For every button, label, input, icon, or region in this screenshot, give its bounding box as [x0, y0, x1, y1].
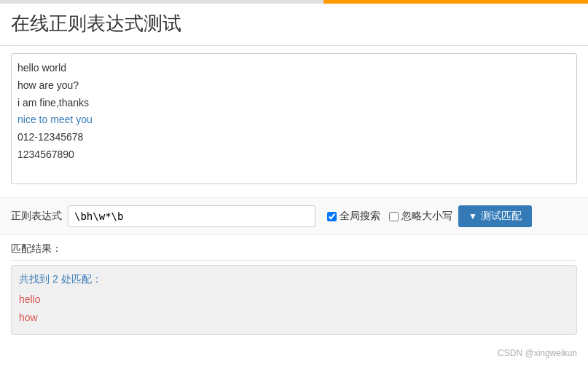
- button-arrow-icon: ▼: [469, 211, 477, 221]
- test-button-label: 测试匹配: [481, 210, 522, 223]
- regex-input[interactable]: [68, 205, 315, 227]
- global-search-label: 全局搜索: [340, 210, 380, 223]
- text-line-3: i am fine,thanks: [17, 95, 571, 112]
- text-line-1: hello world: [17, 60, 571, 77]
- regex-section: 正则表达式 全局搜索 忽略大小写 ▼ 测试匹配: [0, 197, 588, 235]
- text-display-area[interactable]: hello world how are you? i am fine,thank…: [11, 53, 577, 184]
- text-line-4: nice to meet you: [17, 111, 571, 129]
- checkbox-group: 全局搜索 忽略大小写: [327, 210, 452, 223]
- footer-watermark: CSDN @xingweikun: [0, 342, 588, 364]
- page-title: 在线正则表达式测试: [11, 11, 577, 36]
- ignore-case-checkbox[interactable]: [389, 212, 399, 221]
- test-match-button[interactable]: ▼ 测试匹配: [458, 205, 532, 227]
- result-section: 匹配结果： 共找到 2 处匹配： hello how: [0, 235, 588, 342]
- result-box: 共找到 2 处匹配： hello how: [11, 265, 577, 335]
- result-label: 匹配结果：: [11, 242, 577, 261]
- global-search-checkbox[interactable]: [327, 212, 337, 221]
- regex-label: 正则表达式: [11, 210, 62, 223]
- match-item-2: how: [19, 309, 569, 327]
- page-container: 在线正则表达式测试 hello world how are you? i am …: [0, 0, 588, 383]
- match-list: hello how: [19, 291, 569, 327]
- match-item-1: hello: [19, 291, 569, 309]
- result-count: 共找到 2 处匹配：: [19, 273, 569, 286]
- ignore-case-label: 忽略大小写: [401, 210, 452, 223]
- text-line-6: 1234567890: [17, 146, 571, 164]
- text-line-2: how are you?: [17, 77, 571, 95]
- title-section: 在线正则表达式测试: [0, 4, 588, 46]
- global-search-checkbox-label[interactable]: 全局搜索: [327, 210, 380, 223]
- regex-row: 正则表达式 全局搜索 忽略大小写 ▼ 测试匹配: [11, 205, 577, 227]
- text-input-section: hello world how are you? i am fine,thank…: [0, 46, 588, 192]
- text-line-5: 012-12345678: [17, 129, 571, 146]
- ignore-case-checkbox-label[interactable]: 忽略大小写: [389, 210, 452, 223]
